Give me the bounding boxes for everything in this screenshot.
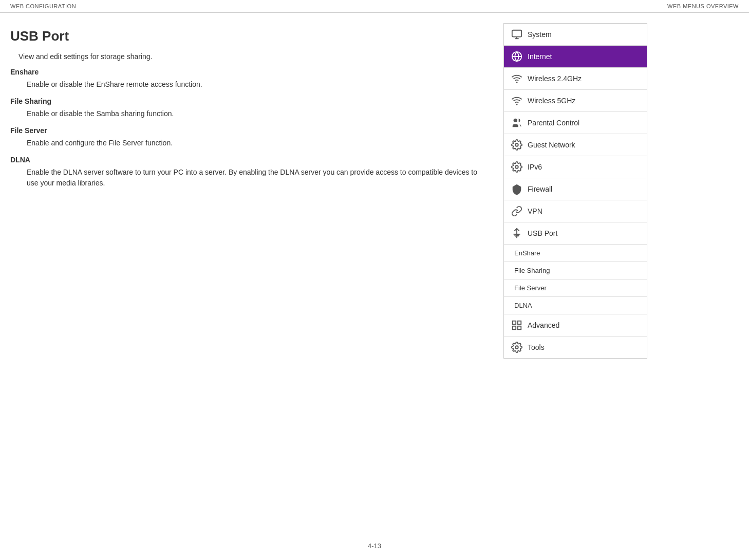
wifi-icon (511, 95, 522, 106)
sections-container: EnshareEnable or disable the EnShare rem… (10, 68, 483, 189)
section-body: Enable or disable the Samba sharing func… (27, 108, 483, 119)
gear-icon (511, 161, 522, 173)
sidebar-item-label: Wireless 5GHz (528, 97, 575, 105)
sidebar-item-tools[interactable]: Tools (504, 337, 647, 358)
content-area: USB Port View and edit settings for stor… (0, 13, 749, 369)
link-icon (511, 206, 522, 217)
sidebar-item-label: VPN (528, 207, 542, 215)
sidebar-item-wireless24[interactable]: Wireless 2.4GHz (504, 68, 647, 90)
section-heading-undefined: File Server (10, 126, 483, 135)
main-content: USB Port View and edit settings for stor… (10, 23, 503, 359)
svg-rect-11 (517, 234, 519, 236)
sidebar-item-system[interactable]: System (504, 24, 647, 46)
sidebar-item-internet[interactable]: Internet (504, 46, 647, 68)
svg-rect-14 (513, 326, 516, 329)
sidebar-item-label: IPv6 (528, 163, 542, 171)
section-body: Enable or disable the EnShare remote acc… (27, 79, 483, 90)
sidebar-item-vpn[interactable]: VPN (504, 200, 647, 222)
sidebar-item-label: USB Port (528, 229, 557, 237)
sidebar-item-label: Parental Control (528, 119, 579, 127)
section-heading-undefined: DLNA (10, 156, 483, 164)
users-icon (511, 117, 522, 128)
svg-rect-15 (518, 326, 521, 329)
page-title: USB Port (10, 28, 483, 44)
page-number: 4-13 (368, 542, 381, 550)
svg-rect-12 (513, 321, 516, 324)
sidebar-item-label: System (528, 30, 552, 39)
svg-rect-13 (518, 321, 521, 324)
sidebar-sub-item-fileserver[interactable]: File Server (504, 279, 647, 297)
sidebar-items-container: SystemInternetWireless 2.4GHzWireless 5G… (504, 24, 647, 358)
usb-icon (511, 228, 522, 239)
section-body: Enable and configure the File Server fun… (27, 138, 483, 148)
header-right: Web Menus Overview (667, 3, 739, 9)
sidebar-item-parental[interactable]: Parental Control (504, 112, 647, 134)
svg-point-16 (515, 346, 518, 349)
grid-icon (511, 320, 522, 331)
sidebar-item-usbport[interactable]: USB Port (504, 222, 647, 245)
sidebar-item-label: Advanced (528, 321, 559, 329)
sidebar-item-label: Wireless 2.4GHz (528, 74, 582, 83)
svg-point-9 (515, 165, 518, 169)
sidebar-item-wireless5[interactable]: Wireless 5GHz (504, 90, 647, 112)
gear-icon (511, 342, 522, 353)
sidebar-sub-item-enshare[interactable]: EnShare (504, 245, 647, 262)
gear-icon (511, 139, 522, 151)
monitor-icon (511, 29, 522, 40)
page-footer: 4-13 (0, 542, 749, 550)
sidebar-sub-item-dlna[interactable]: DLNA (504, 297, 647, 314)
header-left: Web Configuration (10, 3, 76, 9)
svg-rect-0 (512, 30, 521, 37)
sidebar-item-firewall[interactable]: Firewall (504, 178, 647, 200)
sidebar-item-label: Tools (528, 343, 545, 351)
sidebar-item-ipv6[interactable]: IPv6 (504, 156, 647, 178)
shield-icon (511, 183, 522, 195)
page-header: Web Configuration Web Menus Overview (0, 0, 749, 13)
globe-icon (511, 51, 522, 62)
sidebar-sub-item-filesharing[interactable]: File Sharing (504, 262, 647, 279)
section-heading-undefined: Enshare (10, 68, 483, 76)
section-heading-undefined: File Sharing (10, 97, 483, 105)
sidebar: SystemInternetWireless 2.4GHzWireless 5G… (503, 23, 647, 359)
svg-point-7 (514, 119, 517, 122)
section-body: Enable the DLNA server software to turn … (27, 167, 483, 189)
sidebar-item-guest[interactable]: Guest Network (504, 134, 647, 156)
wifi-icon (511, 73, 522, 84)
svg-rect-10 (515, 234, 516, 236)
intro-text: View and edit settings for storage shari… (18, 52, 483, 61)
sidebar-item-label: Guest Network (528, 141, 575, 149)
sidebar-item-advanced[interactable]: Advanced (504, 314, 647, 337)
svg-point-8 (515, 143, 518, 146)
sidebar-item-label: Firewall (528, 185, 552, 193)
sidebar-item-label: Internet (528, 52, 552, 61)
